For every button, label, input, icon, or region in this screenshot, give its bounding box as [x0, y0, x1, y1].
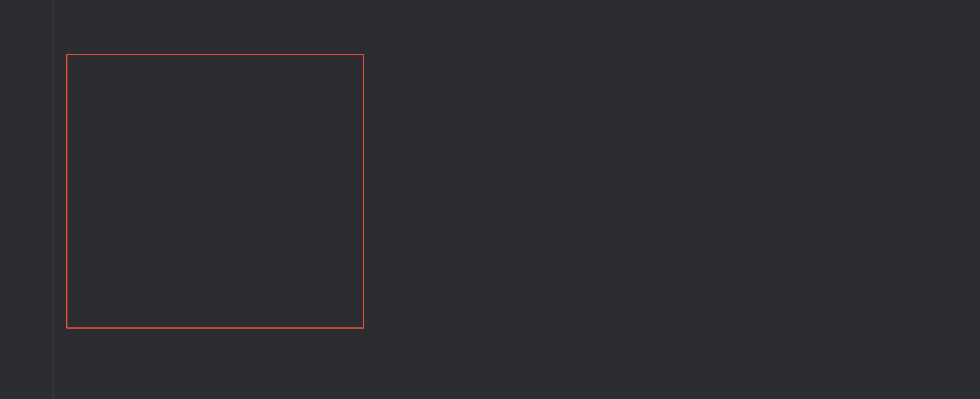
line-number-gutter[interactable] [0, 0, 36, 399]
code-editor[interactable] [0, 0, 980, 399]
fold-gutter[interactable] [36, 0, 54, 399]
code-area[interactable] [54, 0, 980, 399]
highlight-box [66, 54, 364, 329]
